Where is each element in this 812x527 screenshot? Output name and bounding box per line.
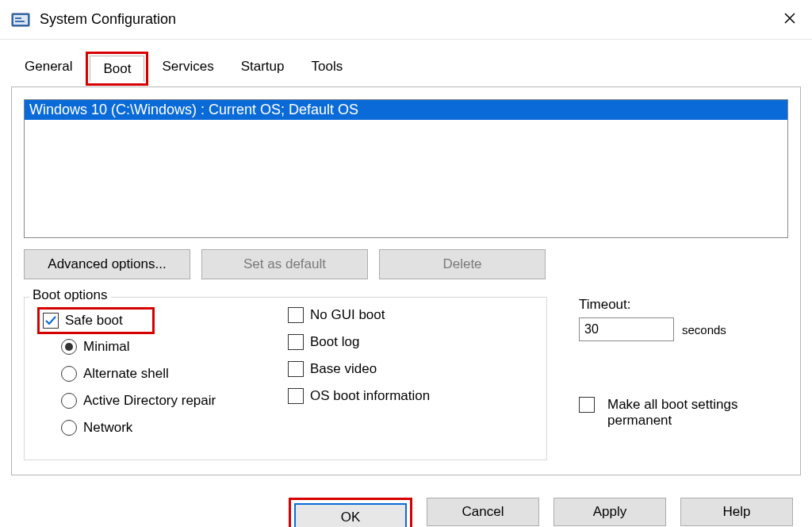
boot-options-group: Boot options Safe boot Minimal — [24, 297, 547, 460]
os-boot-info-checkbox[interactable] — [288, 388, 304, 404]
radio-altshell-label: Alternate shell — [83, 366, 169, 382]
permanent-row[interactable]: Make all boot settings permanent — [579, 397, 788, 429]
tab-services[interactable]: Services — [148, 53, 227, 87]
radio-adrepair-label: Active Directory repair — [83, 393, 216, 409]
os-boot-info-row[interactable]: OS boot information — [288, 388, 538, 404]
delete-button[interactable]: Delete — [379, 249, 546, 279]
no-gui-row[interactable]: No GUI boot — [288, 307, 538, 323]
radio-network[interactable] — [61, 420, 77, 436]
svg-rect-1 — [13, 15, 28, 25]
radio-altshell-row[interactable]: Alternate shell — [61, 366, 288, 382]
tab-boot[interactable]: Boot — [90, 56, 144, 82]
titlebar: System Configuration — [0, 0, 812, 40]
boot-log-checkbox[interactable] — [288, 334, 304, 350]
footer: OK Cancel Apply Help — [0, 483, 812, 527]
timeout-label: Timeout: — [579, 297, 788, 313]
no-gui-checkbox[interactable] — [288, 307, 304, 323]
boot-log-row[interactable]: Boot log — [288, 334, 538, 350]
tabstrip: General Boot Services Startup Tools — [0, 40, 812, 87]
os-list[interactable]: Windows 10 (C:\Windows) : Current OS; De… — [24, 99, 788, 238]
window-title: System Configuration — [40, 11, 779, 28]
base-video-checkbox[interactable] — [288, 361, 304, 377]
os-boot-info-label: OS boot information — [310, 388, 430, 404]
tab-general[interactable]: General — [11, 53, 86, 87]
tab-tools[interactable]: Tools — [297, 53, 356, 87]
radio-minimal-label: Minimal — [83, 339, 130, 355]
lower-area: Boot options Safe boot Minimal — [24, 297, 788, 460]
radio-network-row[interactable]: Network — [61, 420, 288, 436]
safe-boot-checkbox[interactable] — [43, 313, 59, 329]
boot-options-col2: No GUI boot Boot log Base video OS boot … — [288, 307, 538, 447]
svg-rect-2 — [15, 17, 21, 19]
permanent-checkbox[interactable] — [579, 397, 595, 413]
base-video-label: Base video — [310, 361, 377, 377]
apply-button[interactable]: Apply — [553, 498, 666, 526]
radio-minimal[interactable] — [61, 339, 77, 355]
cancel-button[interactable]: Cancel — [427, 498, 539, 526]
os-button-row: Advanced options... Set as default Delet… — [24, 249, 788, 279]
msconfig-icon — [11, 11, 32, 29]
radio-network-label: Network — [83, 420, 132, 436]
no-gui-label: No GUI boot — [310, 307, 385, 323]
help-button[interactable]: Help — [680, 498, 793, 526]
right-side: Timeout: seconds Make all boot settings … — [579, 297, 788, 460]
permanent-label: Make all boot settings permanent — [607, 397, 766, 429]
os-list-item[interactable]: Windows 10 (C:\Windows) : Current OS; De… — [25, 100, 787, 120]
radio-adrepair[interactable] — [61, 393, 77, 409]
advanced-options-button[interactable]: Advanced options... — [24, 249, 190, 279]
close-icon[interactable] — [779, 9, 801, 31]
boot-log-label: Boot log — [310, 334, 359, 350]
boot-options-col1: Safe boot Minimal Alternate shell Active… — [37, 307, 288, 447]
boot-panel: Windows 10 (C:\Windows) : Current OS; De… — [11, 87, 801, 475]
tab-boot-highlight: Boot — [86, 52, 148, 86]
safe-boot-highlight: Safe boot — [37, 307, 155, 334]
radio-adrepair-row[interactable]: Active Directory repair — [61, 393, 288, 409]
boot-options-legend: Boot options — [29, 287, 111, 303]
ok-highlight: OK — [289, 498, 412, 527]
timeout-wrap: seconds — [579, 317, 788, 341]
set-default-button[interactable]: Set as default — [201, 249, 368, 279]
tab-startup[interactable]: Startup — [228, 53, 298, 87]
svg-rect-3 — [15, 21, 25, 22]
base-video-row[interactable]: Base video — [288, 361, 538, 377]
timeout-input[interactable] — [579, 317, 674, 341]
safe-boot-label: Safe boot — [65, 313, 123, 329]
timeout-unit: seconds — [682, 323, 726, 337]
radio-altshell[interactable] — [61, 366, 77, 382]
radio-minimal-row[interactable]: Minimal — [61, 339, 288, 355]
ok-button[interactable]: OK — [294, 503, 407, 527]
